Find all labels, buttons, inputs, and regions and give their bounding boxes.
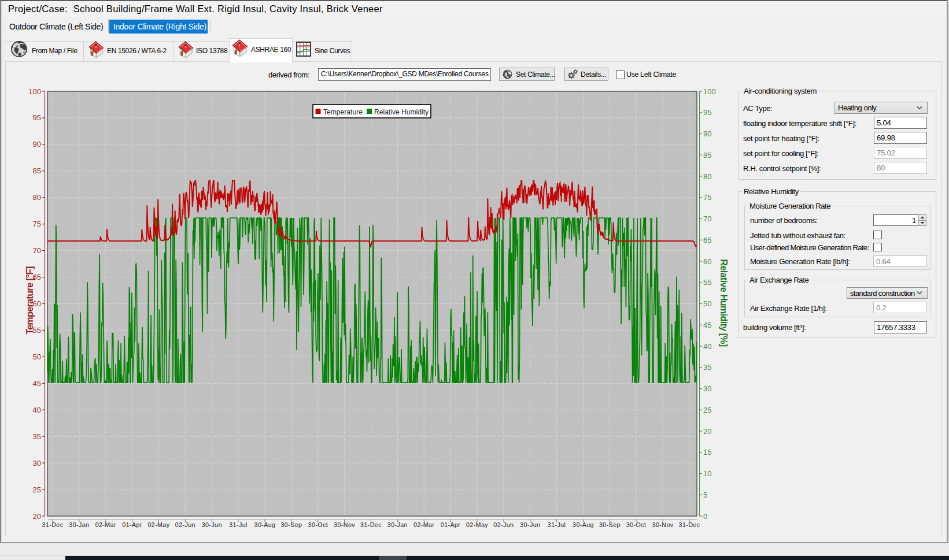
svg-text:70: 70 — [703, 214, 711, 223]
svg-text:Temperature: Temperature — [323, 108, 363, 116]
svg-text:30-Jan: 30-Jan — [69, 521, 89, 528]
svg-text:30-Nov: 30-Nov — [652, 521, 674, 528]
svg-text:0: 0 — [703, 512, 707, 521]
svg-text:55: 55 — [703, 278, 711, 287]
svg-text:31-Jul: 31-Jul — [548, 521, 566, 528]
svg-text:30-Jan: 30-Jan — [387, 521, 408, 528]
svg-text:02-Jun: 02-Jun — [493, 521, 514, 528]
svg-text:85: 85 — [33, 166, 41, 175]
svg-text:30-Jun: 30-Jun — [520, 521, 540, 528]
svg-text:31-Jul: 31-Jul — [229, 521, 248, 528]
svg-text:Relative Humidity [%]: Relative Humidity [%] — [719, 259, 729, 347]
svg-text:40: 40 — [33, 406, 41, 414]
svg-text:02-Jun: 02-Jun — [175, 521, 195, 528]
svg-text:30-Jun: 30-Jun — [202, 521, 222, 528]
svg-text:35: 35 — [703, 363, 711, 372]
svg-text:31-Dec: 31-Dec — [679, 521, 700, 528]
svg-text:60: 60 — [703, 257, 711, 266]
svg-text:02-May: 02-May — [147, 521, 169, 528]
svg-text:10: 10 — [703, 469, 711, 478]
svg-text:30-Aug: 30-Aug — [573, 521, 594, 528]
svg-text:20: 20 — [703, 427, 711, 436]
svg-text:25: 25 — [703, 406, 711, 414]
svg-text:100: 100 — [703, 87, 716, 96]
svg-text:01-Apr: 01-Apr — [441, 521, 461, 528]
svg-text:35: 35 — [33, 432, 41, 441]
svg-text:01-Apr: 01-Apr — [122, 521, 142, 528]
svg-text:30-Sep: 30-Sep — [599, 521, 621, 528]
svg-text:45: 45 — [703, 321, 711, 329]
svg-text:02-May: 02-May — [466, 521, 488, 528]
svg-text:65: 65 — [703, 236, 711, 244]
svg-text:Relative Humidity: Relative Humidity — [374, 108, 429, 116]
svg-text:31-Dec: 31-Dec — [360, 521, 382, 528]
svg-text:30-Oct: 30-Oct — [626, 521, 646, 528]
svg-text:75: 75 — [703, 193, 711, 202]
svg-text:95: 95 — [703, 108, 711, 117]
svg-text:02-Mar: 02-Mar — [95, 521, 116, 528]
svg-text:90: 90 — [33, 140, 41, 149]
svg-text:75: 75 — [33, 220, 41, 228]
svg-text:20: 20 — [33, 512, 41, 521]
svg-text:95: 95 — [33, 113, 41, 122]
svg-text:45: 45 — [33, 379, 41, 388]
svg-text:50: 50 — [33, 353, 41, 361]
svg-text:30-Aug: 30-Aug — [254, 521, 276, 528]
svg-text:02-Mar: 02-Mar — [413, 521, 434, 528]
svg-text:30-Sep: 30-Sep — [280, 521, 302, 528]
svg-text:30: 30 — [33, 459, 41, 468]
svg-text:50: 50 — [703, 299, 711, 308]
svg-text:30: 30 — [703, 384, 711, 393]
svg-text:30-Nov: 30-Nov — [334, 521, 355, 528]
svg-text:70: 70 — [33, 246, 41, 255]
svg-text:5: 5 — [703, 491, 707, 499]
svg-text:40: 40 — [703, 342, 711, 351]
svg-text:25: 25 — [33, 485, 41, 494]
svg-text:30-Oct: 30-Oct — [308, 521, 328, 528]
svg-text:15: 15 — [703, 448, 711, 457]
svg-text:85: 85 — [703, 151, 711, 160]
svg-text:80: 80 — [703, 172, 711, 181]
svg-text:100: 100 — [28, 87, 41, 96]
svg-text:90: 90 — [703, 129, 711, 138]
svg-text:80: 80 — [33, 193, 41, 202]
svg-text:31-Dec: 31-Dec — [42, 521, 64, 528]
svg-text:Temperature [°F]: Temperature [°F] — [25, 266, 35, 335]
